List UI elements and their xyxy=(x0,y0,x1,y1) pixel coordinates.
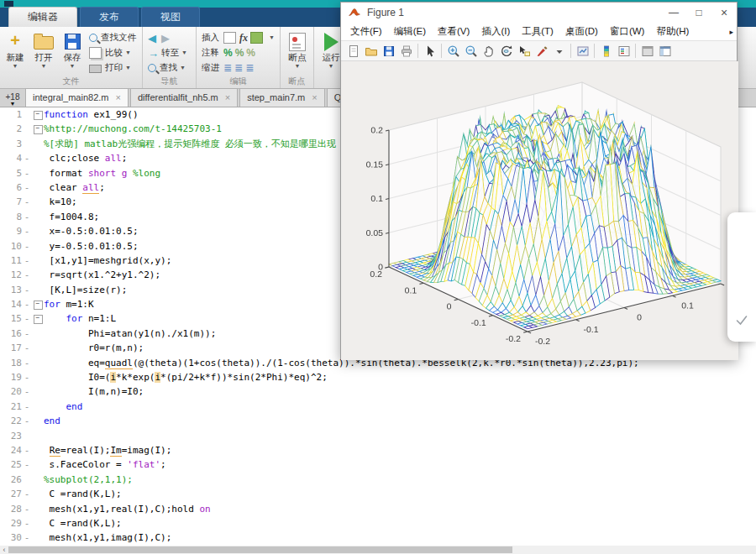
code-line[interactable]: 22-end xyxy=(0,414,756,428)
editor-tab[interactable]: step_main7.m× xyxy=(239,88,325,107)
horizontal-scrollbar[interactable]: ‹ xyxy=(0,546,756,554)
menu-item[interactable]: 文件(F) xyxy=(344,25,388,38)
menu-item[interactable]: 窗口(W) xyxy=(604,25,651,38)
code-line[interactable]: 20- I(m,n)=I0; xyxy=(0,384,756,399)
collapsed-lines-indicator[interactable]: +18 ▼ xyxy=(0,93,25,107)
save-figure-icon[interactable] xyxy=(380,42,397,60)
breakpoints-button[interactable]: 断点 ▼ xyxy=(284,29,311,76)
scroll-left-icon[interactable]: ‹ xyxy=(0,546,8,554)
exec-dash[interactable]: - xyxy=(22,370,32,384)
close-button[interactable]: × xyxy=(711,3,737,23)
menu-item[interactable]: 桌面(D) xyxy=(559,25,604,38)
edit-plot-arrow-icon[interactable] xyxy=(421,42,438,60)
fold-icon[interactable]: − xyxy=(32,122,44,136)
exec-dash[interactable]: - xyxy=(22,224,32,238)
brush-dropdown-icon[interactable] xyxy=(550,42,568,60)
code-line[interactable]: 24- Re=real(I);Im=imag(I); xyxy=(0,443,756,457)
brush-icon[interactable] xyxy=(533,42,550,60)
code-line[interactable]: 23 xyxy=(0,429,756,443)
exec-dash[interactable]: - xyxy=(22,443,32,457)
scrollbar-thumb[interactable] xyxy=(8,546,512,553)
exec-dash[interactable]: - xyxy=(22,327,32,341)
menu-overflow-icon[interactable]: ▸ xyxy=(729,28,733,36)
exec-dash[interactable]: - xyxy=(22,400,32,414)
exec-dash[interactable] xyxy=(22,473,32,487)
ribbon-tab[interactable]: 编辑器 xyxy=(8,7,77,27)
close-tab-icon[interactable]: × xyxy=(312,89,317,107)
exec-dash[interactable]: - xyxy=(22,457,32,472)
exec-dash[interactable]: - xyxy=(22,180,32,195)
smart-indent-icon[interactable]: ≣ xyxy=(223,62,232,74)
menu-item[interactable]: 编辑(E) xyxy=(388,25,432,38)
exec-dash[interactable]: - xyxy=(22,414,32,428)
exec-dash[interactable]: - xyxy=(22,356,32,370)
zoom-in-icon[interactable] xyxy=(444,42,462,60)
compare-button[interactable]: 比较▼ xyxy=(89,45,136,60)
zoom-out-icon[interactable] xyxy=(462,42,480,60)
exec-dash[interactable] xyxy=(22,137,32,151)
ribbon-tab[interactable]: 发布 xyxy=(80,7,139,27)
indent-right-icon[interactable]: ≣ xyxy=(245,62,254,74)
editor-tab[interactable]: integral_main82.m× xyxy=(25,88,129,107)
menu-item[interactable]: 工具(T) xyxy=(516,25,559,38)
figure-title-bar[interactable]: Figure 1 — □ × xyxy=(341,3,737,23)
exec-dash[interactable]: - xyxy=(22,384,32,399)
comment-icon[interactable]: % xyxy=(223,47,233,59)
show-plot-tools-dock-icon[interactable] xyxy=(656,42,674,60)
fold-icon[interactable]: − xyxy=(32,107,44,122)
code-line[interactable]: 21- end xyxy=(0,400,756,414)
exec-dash[interactable]: - xyxy=(22,239,32,253)
exec-dash[interactable]: - xyxy=(22,502,32,516)
exec-dash[interactable]: - xyxy=(22,210,32,224)
close-tab-icon[interactable]: × xyxy=(116,89,121,107)
editor-tab[interactable]: differentialfit_nh5.m× xyxy=(130,88,238,107)
exec-dash[interactable]: - xyxy=(22,311,32,326)
find-files-button[interactable]: 查找文件 xyxy=(89,30,136,45)
print-button[interactable]: 打印▼ xyxy=(89,60,136,76)
menu-item[interactable]: 插入(I) xyxy=(475,25,516,38)
open-button[interactable]: 打开 ▼ xyxy=(30,29,57,76)
new-figure-icon[interactable] xyxy=(344,42,362,60)
rotate-3d-icon[interactable] xyxy=(497,42,515,60)
insert-legend-icon[interactable] xyxy=(615,42,633,60)
code-line[interactable]: 25- s.FaceColor = 'flat'; xyxy=(0,457,756,472)
insert-function-icon[interactable]: fx xyxy=(239,32,248,44)
maximize-button[interactable]: □ xyxy=(686,3,711,23)
pan-hand-icon[interactable] xyxy=(480,42,497,60)
save-button[interactable]: 保存 ▼ xyxy=(59,29,86,76)
exec-dash[interactable]: - xyxy=(22,530,32,545)
fold-icon[interactable]: − xyxy=(32,311,44,326)
exec-dash[interactable]: - xyxy=(22,341,32,355)
exec-dash[interactable]: - xyxy=(22,195,32,209)
exec-dash[interactable]: - xyxy=(22,487,32,501)
open-file-icon[interactable] xyxy=(362,42,380,60)
new-button[interactable]: + 新建 ▼ xyxy=(2,29,29,76)
exec-dash[interactable] xyxy=(22,107,32,122)
exec-dash[interactable]: - xyxy=(22,166,32,180)
data-cursor-icon[interactable] xyxy=(515,42,533,60)
insert-section-icon[interactable] xyxy=(223,32,236,44)
wrap-comment-icon[interactable]: % xyxy=(246,47,255,59)
exec-dash[interactable]: - xyxy=(22,516,32,530)
fold-icon[interactable]: − xyxy=(32,297,44,311)
exec-dash[interactable] xyxy=(22,429,32,443)
close-tab-icon[interactable]: × xyxy=(225,89,230,107)
ribbon-tab[interactable]: 视图 xyxy=(141,7,200,27)
print-figure-icon[interactable] xyxy=(397,42,415,60)
hide-plot-tools-icon[interactable] xyxy=(638,42,656,60)
find-button[interactable]: 查找▼ xyxy=(148,60,187,76)
code-line[interactable]: 27- C =rand(K,L); xyxy=(0,487,756,501)
exec-dash[interactable]: - xyxy=(22,151,32,165)
minimize-button[interactable]: — xyxy=(661,3,686,23)
menu-item[interactable]: 查看(V) xyxy=(432,25,475,38)
insert-colorbar-icon[interactable] xyxy=(597,42,615,60)
exec-dash[interactable]: - xyxy=(22,253,32,268)
exec-dash[interactable]: - xyxy=(22,297,32,311)
exec-dash[interactable] xyxy=(22,122,32,136)
code-line[interactable]: 28- mesh(x1,y1,real(I),C);hold on xyxy=(0,502,756,516)
link-plot-icon[interactable] xyxy=(574,42,591,60)
insert-image-icon[interactable] xyxy=(250,32,263,44)
code-line[interactable]: 29- C =rand(K,L); xyxy=(0,516,756,530)
code-line[interactable]: 26%subplot(2,1,1); xyxy=(0,473,756,487)
code-line[interactable]: 19- I0=(i*k*exp(i*(pi/2+k*f))*sin(2*Phi)… xyxy=(0,370,756,384)
